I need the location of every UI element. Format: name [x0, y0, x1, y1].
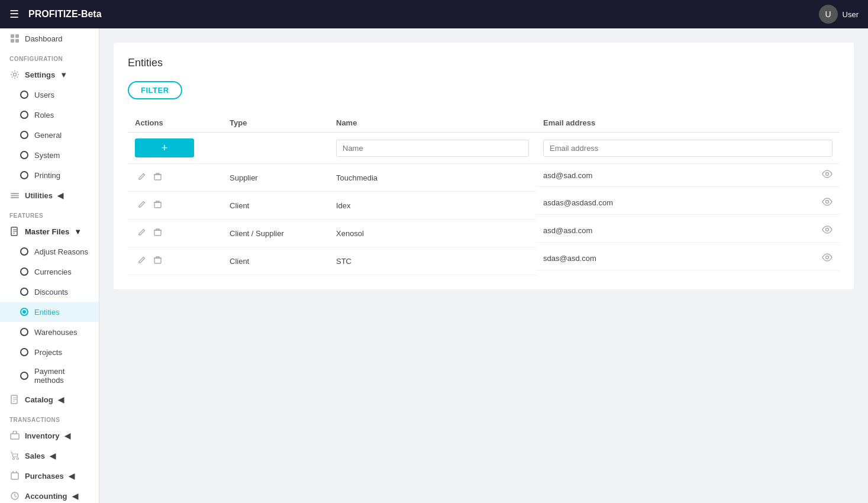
utilities-icon [9, 190, 20, 201]
sidebar: Dashboard CONFIGURATION Settings ▼ Users… [0, 28, 99, 503]
row-type: Client / Supplier [222, 220, 329, 247]
sidebar-item-general[interactable]: General [0, 125, 99, 145]
printing-label: Printing [34, 171, 89, 180]
avatar: U [819, 5, 838, 24]
utilities-group[interactable]: Utilities ◀ [0, 185, 99, 205]
sidebar-item-users[interactable]: Users [0, 85, 99, 105]
view-button[interactable] [822, 170, 832, 180]
svg-rect-3 [15, 39, 19, 43]
name-input[interactable] [336, 140, 529, 157]
sales-icon [9, 450, 20, 461]
sidebar-item-currencies[interactable]: Currencies [0, 262, 99, 282]
transactions-section-label: TRANSACTIONS [0, 410, 99, 425]
projects-label: Projects [34, 348, 89, 357]
view-button[interactable] [822, 198, 832, 208]
catalog-icon [9, 394, 20, 405]
accounting-icon [9, 491, 20, 501]
row-type: Supplier [222, 164, 329, 192]
svg-point-16 [826, 173, 829, 176]
edit-button[interactable] [135, 253, 149, 269]
row-email: asdas@asdasd.com [536, 192, 840, 215]
svg-point-22 [826, 256, 829, 259]
delete-button[interactable] [151, 170, 164, 185]
col-header-name: Name [329, 114, 536, 133]
settings-arrow-icon: ▼ [60, 70, 67, 79]
delete-button[interactable] [151, 253, 164, 269]
email-input[interactable] [543, 140, 832, 157]
general-dot-icon [19, 130, 30, 140]
sidebar-item-system[interactable]: System [0, 145, 99, 165]
row-name: STC [329, 247, 536, 275]
discounts-label: Discounts [34, 288, 89, 296]
general-label: General [34, 131, 89, 140]
col-header-email: Email address [536, 114, 840, 133]
filter-button[interactable]: FILTER [128, 81, 182, 99]
svg-rect-19 [154, 230, 161, 236]
system-dot-icon [19, 150, 30, 160]
row-name: Idex [329, 192, 536, 220]
purchases-group[interactable]: Purchases ◀ [0, 466, 99, 486]
row-email: asd@asd.com [536, 220, 840, 243]
svg-point-12 [17, 458, 19, 460]
sidebar-item-entities[interactable]: Entities [0, 302, 99, 322]
row-email: sdas@asd.com [536, 247, 840, 270]
settings-group[interactable]: Settings ▼ [0, 65, 99, 85]
sidebar-item-discounts[interactable]: Discounts [0, 282, 99, 302]
purchases-label: Purchases [25, 472, 64, 481]
delete-button[interactable] [151, 198, 164, 213]
app-title: PROFITIZE-Beta [28, 9, 819, 20]
inventory-group[interactable]: Inventory ◀ [0, 425, 99, 446]
inventory-icon [9, 430, 20, 441]
sidebar-item-warehouses[interactable]: Warehouses [0, 322, 99, 342]
adjust-reasons-label: Adjust Reasons [34, 247, 89, 256]
settings-icon [9, 69, 20, 80]
roles-label: Roles [34, 111, 89, 120]
sidebar-item-printing[interactable]: Printing [0, 165, 99, 185]
edit-button[interactable] [135, 225, 149, 241]
users-dot-icon [19, 89, 30, 100]
printing-dot-icon [19, 170, 30, 180]
master-files-icon [9, 226, 20, 237]
svg-point-11 [13, 458, 15, 460]
projects-dot-icon [19, 347, 30, 357]
svg-rect-17 [154, 202, 161, 208]
svg-rect-0 [11, 34, 14, 38]
sidebar-item-roles[interactable]: Roles [0, 105, 99, 125]
features-section-label: FEATURES [0, 205, 99, 221]
user-menu[interactable]: U User [819, 5, 859, 24]
payment-methods-dot-icon [19, 370, 30, 381]
catalog-group[interactable]: Catalog ◀ [0, 389, 99, 410]
sales-group[interactable]: Sales ◀ [0, 446, 99, 466]
topnav: ☰ PROFITIZE-Beta U User [0, 0, 868, 28]
currencies-dot-icon [19, 266, 30, 277]
system-label: System [34, 151, 89, 160]
master-files-group[interactable]: Master Files ▼ [0, 221, 99, 241]
accounting-group[interactable]: Accounting ◀ [0, 486, 99, 503]
view-button[interactable] [822, 253, 832, 264]
accounting-label: Accounting [25, 492, 67, 501]
svg-rect-2 [11, 39, 14, 43]
svg-rect-10 [11, 434, 19, 439]
config-section-label: CONFIGURATION [0, 49, 99, 65]
row-email: asd@sad.com [536, 164, 840, 187]
sidebar-item-adjust-reasons[interactable]: Adjust Reasons [0, 241, 99, 262]
svg-rect-6 [11, 195, 19, 196]
entities-dot-icon [19, 307, 30, 317]
master-files-submenu: Adjust Reasons Currencies Discounts Enti… [0, 241, 99, 389]
add-entity-button[interactable]: + [135, 138, 194, 157]
col-header-type: Type [222, 114, 329, 133]
accounting-arrow-icon: ◀ [72, 492, 78, 501]
delete-button[interactable] [151, 225, 164, 241]
table-row: Client Idex asdas@asdasd.com [128, 192, 840, 220]
entities-table: Actions Type Name Email address + [128, 114, 840, 275]
svg-rect-5 [11, 193, 19, 194]
edit-button[interactable] [135, 170, 149, 185]
svg-rect-1 [15, 34, 19, 38]
edit-button[interactable] [135, 198, 149, 213]
dashboard-icon [9, 33, 20, 44]
sidebar-item-dashboard[interactable]: Dashboard [0, 28, 99, 49]
sidebar-item-payment-methods[interactable]: Payment methods [0, 362, 99, 389]
sidebar-item-projects[interactable]: Projects [0, 342, 99, 362]
view-button[interactable] [822, 225, 832, 236]
hamburger-icon[interactable]: ☰ [9, 8, 19, 21]
